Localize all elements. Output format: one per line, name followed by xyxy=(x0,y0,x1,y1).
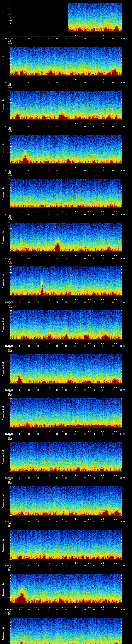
x-tick-label: 35 xyxy=(72,345,79,347)
y-tick-label: 1000 xyxy=(4,485,10,487)
y-tick-label: 400 xyxy=(4,371,10,373)
x-tick-label: 5 xyxy=(16,565,23,567)
y-tick-label: 0 xyxy=(4,515,10,516)
x-tick-label: 55 xyxy=(110,345,116,347)
time-axis-tick xyxy=(16,212,16,212)
time-axis-tick xyxy=(23,607,24,608)
time-axis-tick xyxy=(77,343,78,344)
y-tick-label: 600 xyxy=(4,497,10,499)
time-axis-tick xyxy=(16,607,16,608)
time-axis-tick xyxy=(60,607,61,608)
time-axis-tick xyxy=(10,298,10,300)
end-time-label: 8:00 xyxy=(118,169,128,171)
time-axis-tick xyxy=(18,80,18,80)
time-axis-tick xyxy=(40,124,40,124)
x-tick-label: 20 xyxy=(44,389,51,391)
x-tick-label: 10 xyxy=(26,301,32,303)
time-axis-tick xyxy=(77,519,78,520)
x-tick-label: 5 xyxy=(16,433,23,435)
spectrogram-canvas xyxy=(10,310,122,340)
time-axis-tick xyxy=(49,431,50,432)
time-axis-tick xyxy=(27,299,27,300)
time-axis-tick xyxy=(22,299,22,300)
time-axis-tick xyxy=(22,563,22,564)
time-axis-tick xyxy=(94,79,94,80)
time-axis-tick xyxy=(77,124,78,124)
time-axis-tick xyxy=(53,80,53,80)
time-axis-tick xyxy=(94,123,94,124)
time-axis-tick xyxy=(14,36,14,36)
time-axis-tick xyxy=(14,168,14,168)
x-tick-label: 5 xyxy=(16,257,23,259)
x-tick-label: 55 xyxy=(110,433,116,435)
x-tick-label: 20 xyxy=(44,257,51,259)
time-axis-tick xyxy=(36,256,36,256)
time-axis-tick xyxy=(90,212,90,212)
x-tick-label: 15 xyxy=(35,609,42,611)
date-line: 2015 xyxy=(3,482,16,484)
time-axis-tick xyxy=(12,168,12,168)
time-axis-tick xyxy=(77,299,78,300)
time-axis-tick xyxy=(48,211,48,212)
y-tick-label: 0 xyxy=(4,558,10,560)
time-axis-tick xyxy=(23,343,24,344)
time-axis-tick xyxy=(86,299,87,300)
time-axis-tick xyxy=(44,607,44,608)
time-axis-tick xyxy=(90,80,90,80)
y-tick-label: 0 xyxy=(4,75,10,77)
x-tick-label: 55 xyxy=(110,38,116,40)
time-axis-tick xyxy=(23,519,24,520)
time-axis-tick xyxy=(44,124,44,124)
y-tick-label: 200 xyxy=(4,113,10,115)
time-axis-tick xyxy=(70,519,70,520)
date-line: 2015 xyxy=(3,174,16,176)
time-axis-tick xyxy=(44,36,44,36)
time-axis xyxy=(10,342,122,344)
time-axis-tick xyxy=(57,299,57,300)
x-tick-label: 25 xyxy=(54,433,60,435)
time-axis-tick xyxy=(20,123,20,124)
x-tick-label: 50 xyxy=(100,257,106,259)
time-axis-tick xyxy=(31,212,31,212)
y-tick-label: 200 xyxy=(4,69,10,71)
time-axis-tick xyxy=(22,343,22,344)
time-axis-tick xyxy=(22,607,22,608)
time-axis-tick xyxy=(53,299,53,300)
time-axis-tick xyxy=(64,212,64,212)
time-axis-tick xyxy=(94,430,94,432)
time-axis-tick xyxy=(38,255,38,256)
x-tick-label: 30 xyxy=(63,82,69,83)
y-axis-title: Frequency (Hz) xyxy=(2,135,4,164)
time-axis-tick xyxy=(107,431,107,432)
time-axis-tick xyxy=(40,168,40,168)
x-tick-label: 25 xyxy=(54,125,60,127)
time-axis-tick xyxy=(38,518,38,520)
x-tick-label: 20 xyxy=(44,38,51,40)
y-tick-label: 0 xyxy=(4,207,10,209)
time-axis-tick xyxy=(27,343,27,344)
x-tick-label: 55 xyxy=(110,257,116,259)
time-axis-tick xyxy=(27,124,27,124)
spectrogram-canvas xyxy=(10,618,122,644)
time-axis-tick xyxy=(51,212,52,212)
time-axis-tick xyxy=(36,519,36,520)
time-axis-tick xyxy=(32,124,33,124)
time-axis-tick xyxy=(14,519,14,520)
spectrogram-panel: Frequency (Hz) 10008006004002000 18:04:0… xyxy=(0,3,132,47)
x-tick-label: 5 xyxy=(16,609,23,611)
spectrogram-panel: Frequency (Hz) 10008006004002000 18:14:0… xyxy=(0,442,132,486)
time-axis-tick xyxy=(34,36,35,36)
y-tick-label: 400 xyxy=(4,20,10,22)
time-axis-tick xyxy=(48,606,48,608)
x-tick-label: 35 xyxy=(72,565,79,567)
y-tick-label: 200 xyxy=(4,509,10,510)
time-axis-tick xyxy=(38,79,38,80)
y-tick-label: 200 xyxy=(4,201,10,203)
date-line: 2015 xyxy=(3,526,16,528)
time-axis-tick xyxy=(32,431,33,432)
time-axis-tick xyxy=(51,431,52,432)
time-axis-tick xyxy=(64,519,64,520)
spectrogram-panel: Frequency (Hz) 10008006004002000 18:05:0… xyxy=(0,47,132,91)
y-tick-label: 1000 xyxy=(4,573,10,575)
end-time-label: 9:00 xyxy=(118,213,128,215)
